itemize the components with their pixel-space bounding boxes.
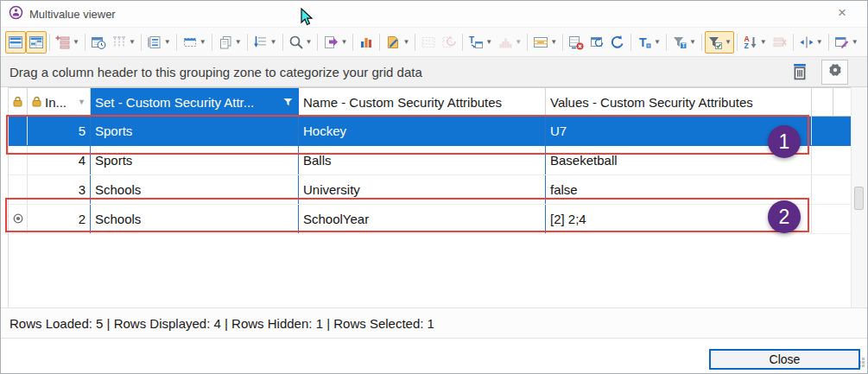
restore-layout-button[interactable] [439, 31, 459, 54]
set-column-filter-icon [282, 95, 294, 110]
set-cell[interactable]: Schools [91, 175, 299, 204]
column-header-label: In... [45, 95, 67, 110]
set-cell[interactable]: Sports [91, 117, 299, 145]
text-options-icon: T [637, 35, 652, 50]
svg-text:T: T [469, 35, 474, 45]
edit-cell-button[interactable]: ▼ [383, 31, 412, 54]
edit-cell-icon [385, 35, 401, 50]
text-options-button[interactable]: T▼ [634, 31, 663, 54]
name-cell[interactable]: SchoolYear [299, 205, 546, 233]
window-close-icon[interactable]: × [838, 4, 846, 22]
toolbar-overflow-button[interactable] [861, 31, 868, 54]
row-band-button[interactable]: ▼ [530, 31, 560, 54]
remove-rows-icon [568, 35, 584, 50]
reload-layout-button[interactable] [586, 31, 607, 54]
column-header-index[interactable]: In... ▼ [28, 88, 91, 116]
column-width-button[interactable]: ▼ [796, 31, 826, 54]
column-chooser-button[interactable] [88, 31, 109, 54]
set-cell[interactable]: Sports [91, 146, 299, 174]
index-cell[interactable]: 2 [28, 205, 91, 233]
row-indicator-cell[interactable] [9, 175, 28, 204]
table-row[interactable]: 3 Schools University false [9, 175, 851, 205]
column-header-filler [812, 88, 833, 116]
toolbar-separator [462, 34, 463, 51]
sort-az-button[interactable]: AZ▼ [740, 31, 770, 54]
clear-layout-icon [421, 35, 436, 50]
row-band-icon [533, 35, 548, 50]
values-cell[interactable]: Baseketball [546, 146, 812, 174]
format-cells-button[interactable]: ▼ [832, 31, 861, 54]
grouping-zone[interactable]: Drag a column header to this grouping zo… [1, 57, 867, 87]
table-row[interactable]: 2 Schools SchoolYear [2] 2;4 [9, 205, 851, 234]
name-cell[interactable]: Hockey [299, 117, 546, 145]
values-cell[interactable]: false [546, 175, 812, 204]
index-cell[interactable]: 3 [28, 175, 91, 204]
clear-layout-button[interactable] [418, 31, 439, 54]
filter-checked-button[interactable]: ▼ [705, 31, 734, 54]
dropdown-caret-icon: ▼ [235, 38, 242, 46]
name-cell[interactable]: Balls [299, 146, 546, 174]
titlebar: Multivalue viewer × [1, 1, 867, 27]
column-header-row-indicator[interactable] [9, 88, 28, 116]
close-button[interactable]: Close [709, 349, 860, 370]
toolbar-separator [562, 34, 563, 51]
grid-body: 5 Sports Hockey U7 4 Sports Balls Baseke… [9, 117, 851, 234]
toolbar-separator [85, 34, 86, 51]
search-button[interactable]: ▼ [286, 31, 315, 54]
dropdown-caret-icon: ▼ [129, 38, 136, 46]
index-cell[interactable]: 4 [28, 146, 91, 174]
dropdown-caret-icon: ▼ [725, 38, 732, 46]
row-indicator-cell[interactable] [9, 117, 28, 145]
chevron-down-icon[interactable]: ▼ [78, 98, 86, 106]
toolbar-separator [630, 34, 631, 51]
selection-mode-icon [182, 35, 198, 50]
view-banded-rows-button[interactable] [5, 31, 26, 54]
dropdown-caret-icon: ▼ [515, 38, 522, 46]
toolbar-separator [141, 34, 142, 51]
column-header-label: Values - Custom Security Attributes [550, 95, 753, 110]
scrollbar-thumb[interactable] [854, 187, 864, 210]
column-header-name[interactable]: Name - Custom Security Attributes [299, 88, 546, 116]
column-header-values[interactable]: Values - Custom Security Attributes [546, 88, 812, 116]
window-title: Multivalue viewer [29, 8, 116, 21]
distribution-button[interactable]: ▼ [495, 31, 524, 54]
svg-text:Z: Z [744, 41, 748, 50]
index-cell[interactable]: 5 [28, 117, 91, 145]
distribution-icon [497, 35, 513, 50]
settings-button[interactable] [821, 60, 848, 85]
filter-text-button[interactable]: T▼ [669, 31, 699, 54]
column-header-set[interactable]: Set - Custom Security Attr... [91, 88, 299, 116]
values-cell[interactable]: [2] 2;4 [546, 205, 812, 233]
table-row[interactable]: 4 Sports Balls Baseketball [9, 146, 851, 175]
group-by-button[interactable]: ▼ [53, 31, 82, 54]
remove-rows-button[interactable] [566, 31, 586, 54]
dropdown-caret-icon: ▼ [816, 38, 823, 46]
view-grid-cells-button[interactable] [26, 31, 47, 54]
table-row[interactable]: 5 Sports Hockey U7 [9, 117, 851, 146]
vertical-scrollbar[interactable] [851, 87, 866, 307]
chart-button[interactable] [356, 31, 377, 54]
dropdown-caret-icon: ▼ [73, 38, 79, 46]
toolbar-separator [828, 34, 829, 51]
freeze-columns-button[interactable]: ▼ [109, 31, 138, 54]
trash-icon[interactable] [792, 63, 808, 80]
filter-checked-icon [707, 35, 723, 50]
row-details-button[interactable]: ▼ [144, 31, 174, 54]
toolbar-separator [176, 34, 177, 51]
toolbar-separator [352, 34, 353, 51]
refresh-button[interactable] [607, 31, 628, 54]
selection-mode-button[interactable]: ▼ [180, 31, 209, 54]
values-cell[interactable]: U7 [546, 117, 812, 145]
merge-rows-button[interactable] [770, 31, 790, 54]
row-details-icon [147, 35, 162, 50]
set-cell[interactable]: Schools [91, 205, 299, 233]
copy-button[interactable]: ▼ [215, 31, 244, 54]
name-cell[interactable]: University [299, 175, 546, 204]
export-button[interactable]: ▼ [320, 31, 350, 54]
sort-rows-button[interactable]: ▼ [250, 31, 280, 54]
dropdown-caret-icon: ▼ [654, 38, 661, 46]
text-to-grid-button[interactable]: T▼ [466, 31, 495, 54]
row-indicator-cell[interactable] [9, 205, 28, 233]
row-indicator-cell[interactable] [9, 146, 28, 174]
toolbar-separator [317, 34, 318, 51]
